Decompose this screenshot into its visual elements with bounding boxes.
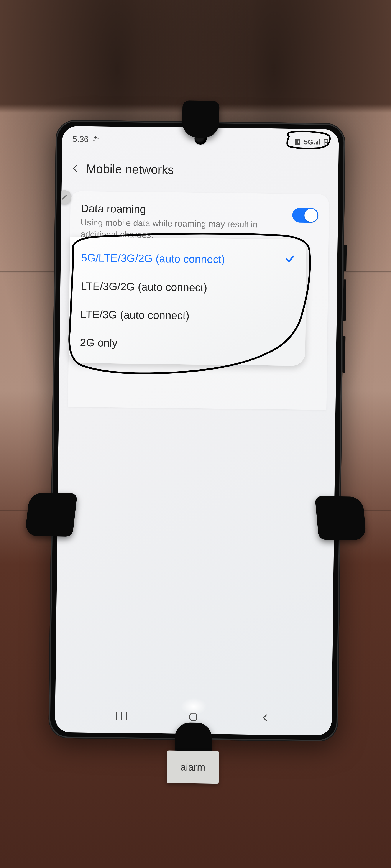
signal-icon (314, 138, 321, 146)
back-button[interactable] (71, 164, 80, 173)
screen: 5:36 5G (55, 126, 339, 736)
network-mode-option-lte-3g-2g[interactable]: LTE/3G/2G (auto connect) (69, 272, 306, 303)
network-mode-option-lte-3g[interactable]: LTE/3G (auto connect) (69, 300, 306, 331)
recents-button[interactable] (113, 709, 130, 723)
status-time: 5:36 (72, 134, 89, 144)
security-clip (182, 100, 219, 138)
network-mode-option-2g[interactable]: 2G only (68, 328, 305, 359)
svg-rect-5 (190, 713, 197, 720)
network-mode-popover: 5G/LTE/3G/2G (auto connect) LTE/3G/2G (a… (68, 237, 307, 366)
option-label: 2G only (80, 336, 118, 349)
nfc-icon (294, 138, 301, 145)
data-roaming-title: Data roaming (81, 202, 284, 217)
home-button[interactable] (185, 710, 202, 723)
network-type-label: 5G (304, 138, 313, 146)
check-icon (284, 254, 295, 267)
page-title: Mobile networks (86, 161, 174, 177)
network-mode-option-5g[interactable]: 5G/LTE/3G/2G (auto connect) (70, 243, 307, 275)
volume-button (343, 279, 346, 321)
data-roaming-toggle[interactable] (292, 208, 319, 223)
nav-back-button[interactable] (257, 711, 274, 724)
app-header: Mobile networks (62, 154, 338, 186)
settings-suggest-icon (92, 135, 100, 143)
option-label: 5G/LTE/3G/2G (auto connect) (81, 251, 225, 266)
alarm-tag-label: alarm (180, 761, 206, 773)
security-clip (315, 496, 367, 540)
network-indicator: 5G (304, 138, 321, 146)
option-label: LTE/3G/2G (auto connect) (81, 280, 207, 294)
edit-badge-icon (58, 190, 71, 204)
power-button (342, 336, 345, 373)
alarm-tag: alarm (167, 750, 219, 783)
option-label: LTE/3G (auto connect) (80, 308, 189, 322)
side-button (344, 245, 347, 271)
phone-frame: 5:36 5G (49, 120, 345, 742)
security-clip (25, 493, 78, 537)
battery-charging-icon (324, 139, 328, 146)
svg-rect-1 (325, 139, 327, 140)
